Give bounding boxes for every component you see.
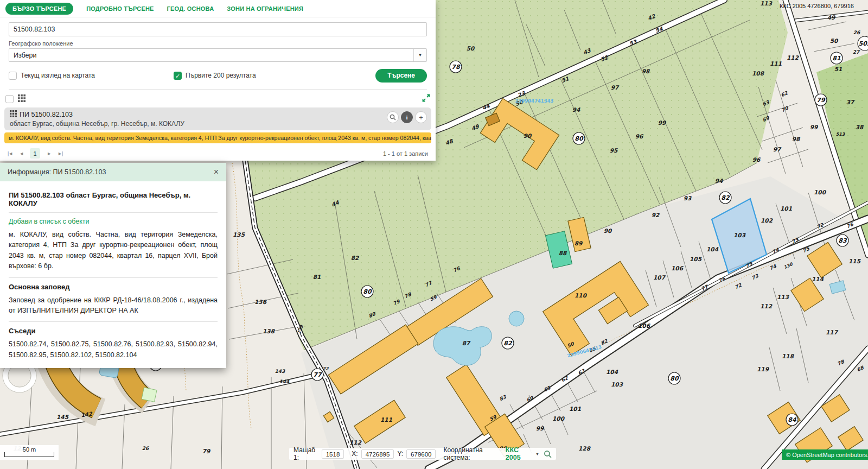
svg-text:104: 104 <box>706 246 719 252</box>
search-panel: БЪРЗО ТЪРСЕНЕПОДРОБНО ТЪРСЕНЕГЕОД. ОСНОВ… <box>0 0 436 161</box>
svg-text:100: 100 <box>814 189 827 195</box>
svg-text:94: 94 <box>715 178 723 184</box>
svg-text:107: 107 <box>653 274 666 281</box>
tab-3[interactable]: ЗОНИ НА ОГРАНИЧЕНИЯ <box>227 5 303 12</box>
order-text: Заповед за одобрение на КККР РД-18-46/18… <box>9 295 218 316</box>
svg-text:37: 37 <box>846 99 855 105</box>
svg-text:114: 114 <box>812 276 824 282</box>
svg-text:26: 26 <box>853 30 860 35</box>
tab-1[interactable]: ПОДРОБНО ТЪРСЕНЕ <box>86 5 154 12</box>
svg-text:97: 97 <box>773 146 782 153</box>
svg-text:143: 143 <box>275 369 286 374</box>
svg-text:82: 82 <box>721 194 730 201</box>
add-result-icon[interactable]: + <box>415 111 427 123</box>
svg-text:113: 113 <box>777 294 789 300</box>
pagination: |◄ ◄ 1 ► ►| 1 - 1 от 1 записи <box>0 143 436 163</box>
osm-attribution[interactable]: © OpenStreetMap contributors. <box>782 449 868 460</box>
svg-text:38: 38 <box>856 124 864 130</box>
zoom-to-result-icon[interactable] <box>387 111 399 123</box>
svg-text:112: 112 <box>760 303 773 309</box>
crs-value[interactable]: ККС 2005 <box>506 446 531 461</box>
first-200-label: Първите 200 резултата <box>186 72 256 79</box>
svg-text:144: 144 <box>279 379 290 384</box>
svg-text:111: 111 <box>770 60 782 67</box>
popup-header[interactable]: Информация: ПИ 51500.82.103 × <box>0 163 226 181</box>
tab-2[interactable]: ГЕОД. ОСНОВА <box>167 5 214 12</box>
svg-text:239904741343: 239904741343 <box>515 98 554 104</box>
parcel-description: м. КОКАЛУ, вид собств. Частна, вид терит… <box>9 230 218 272</box>
svg-text:50: 50 <box>467 45 475 52</box>
svg-text:101: 101 <box>780 205 792 212</box>
svg-text:103: 103 <box>611 381 623 388</box>
svg-text:77: 77 <box>313 371 322 378</box>
svg-text:106: 106 <box>671 265 684 271</box>
parcel-info-popup: Информация: ПИ 51500.82.103 × ПИ 51500.8… <box>0 163 226 368</box>
svg-text:112: 112 <box>787 54 799 61</box>
svg-text:106: 106 <box>638 322 651 329</box>
current-map-view-checkbox[interactable] <box>9 72 17 80</box>
pagination-summary: 1 - 1 от 1 записи <box>383 150 428 157</box>
geo-position-select[interactable]: Избери ▼ <box>9 48 427 62</box>
svg-text:138: 138 <box>263 328 276 334</box>
svg-text:513: 513 <box>836 132 846 137</box>
tab-0[interactable]: БЪРЗО ТЪРСЕНЕ <box>5 3 73 15</box>
svg-text:83: 83 <box>838 237 847 244</box>
grid-icon <box>10 110 17 119</box>
geo-position-label: Географско положение <box>9 40 427 47</box>
y-label: Y: <box>397 450 403 458</box>
search-button[interactable]: Търсене <box>375 69 427 83</box>
first-200-checkbox[interactable]: ✓ <box>174 72 182 80</box>
status-bar: Мащаб 1: 1518 X: 4726895 Y: 679600 Коорд… <box>289 448 556 460</box>
svg-text:84: 84 <box>788 416 797 423</box>
svg-text:97: 97 <box>611 84 620 91</box>
parcel-heading: ПИ 51500.82.103 област Бургас, община Не… <box>9 187 218 213</box>
mint-parcel <box>142 388 157 402</box>
svg-text:96: 96 <box>635 133 644 140</box>
svg-text:81: 81 <box>832 55 841 62</box>
result-card[interactable]: ПИ 51500.82.103 област Бургас, община Не… <box>4 107 431 130</box>
y-coordinate: 679600 <box>406 449 436 459</box>
grid-icon <box>18 94 25 104</box>
close-icon[interactable]: × <box>214 168 219 176</box>
prev-page-icon[interactable]: ◄ <box>19 151 23 156</box>
result-details-row[interactable]: м. КОКАЛУ, вид собств. Частна, вид терит… <box>4 132 431 143</box>
svg-text:104: 104 <box>606 369 618 375</box>
last-page-icon[interactable]: ►| <box>58 151 62 156</box>
coordinate-search-icon[interactable] <box>544 450 552 458</box>
svg-text:99: 99 <box>536 425 545 432</box>
search-input[interactable] <box>9 22 427 36</box>
order-section-heading: Основна заповед <box>9 277 218 291</box>
info-icon[interactable]: i <box>401 111 413 123</box>
svg-text:80: 80 <box>670 375 679 382</box>
svg-text:80: 80 <box>575 135 584 142</box>
geo-select-value: Избери <box>9 52 413 59</box>
first-page-icon[interactable]: |◄ <box>8 151 12 156</box>
svg-text:119: 119 <box>757 366 770 372</box>
select-all-checkbox[interactable] <box>5 95 14 103</box>
svg-text:49: 49 <box>827 14 836 21</box>
svg-text:82: 82 <box>351 255 359 261</box>
svg-text:90: 90 <box>604 227 612 234</box>
chevron-down-icon[interactable]: ▼ <box>413 49 426 61</box>
svg-text:105: 105 <box>690 256 702 262</box>
current-page[interactable]: 1 <box>30 148 40 159</box>
x-coordinate: 4726895 <box>361 449 394 459</box>
add-to-list-link[interactable]: Добави в списък с обекти <box>9 218 218 225</box>
expand-results-icon[interactable] <box>422 94 430 104</box>
svg-text:128: 128 <box>578 445 591 452</box>
svg-text:111: 111 <box>380 416 392 423</box>
svg-text:82: 82 <box>503 340 513 347</box>
neighbors-section-heading: Съседи <box>9 321 218 335</box>
svg-text:92: 92 <box>652 212 660 218</box>
svg-text:99: 99 <box>810 124 819 130</box>
scale-label: Мащаб 1: <box>293 446 318 461</box>
result-location: област Бургас, община Несебър, гр. Несеб… <box>10 120 426 128</box>
next-page-icon[interactable]: ► <box>47 151 51 156</box>
svg-text:98: 98 <box>642 68 650 74</box>
svg-text:26: 26 <box>142 446 149 451</box>
svg-text:145: 145 <box>56 414 69 420</box>
svg-text:50: 50 <box>830 37 839 44</box>
scale-input[interactable]: 1518 <box>322 449 344 459</box>
chevron-down-icon[interactable]: ▼ <box>535 452 539 456</box>
svg-text:503: 503 <box>859 40 868 47</box>
